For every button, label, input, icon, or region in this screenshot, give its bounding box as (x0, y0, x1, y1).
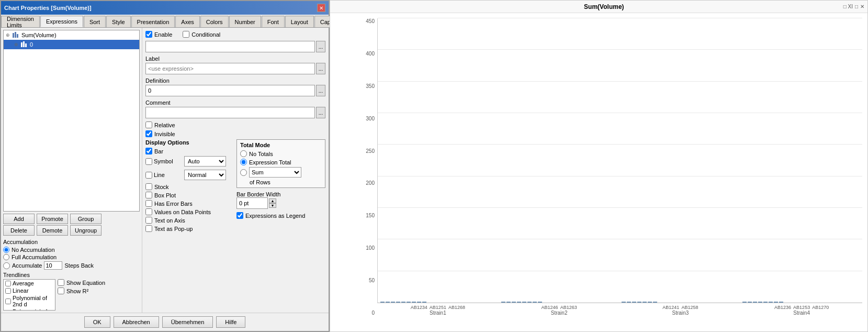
tab-dimension-limits[interactable]: Dimension Limits (1, 16, 40, 27)
ok-button[interactable]: OK (84, 316, 110, 328)
show-r2-row: Show R² (58, 287, 105, 294)
trend-poly2[interactable]: Polynomial of 2nd d (4, 294, 55, 308)
tab-style[interactable]: Style (106, 16, 130, 27)
tab-font[interactable]: Font (262, 16, 285, 27)
expression-total-label: Expression Total (249, 159, 291, 165)
label-ellipsis-button[interactable]: ... (316, 63, 325, 74)
definition-ellipsis-button[interactable]: ... (316, 85, 325, 96)
bar (627, 302, 631, 303)
expression-total-radio[interactable] (240, 159, 247, 165)
chart-panel: Sum(Volume) □ XI □ ✕ 450 400 350 300 250… (330, 0, 868, 332)
trend-linear[interactable]: Linear (4, 287, 55, 294)
sum-select[interactable]: Sum Avg Min Max (249, 167, 301, 178)
bar (396, 302, 400, 303)
expressions-legend-row: Expressions as Legend (236, 212, 325, 219)
symbol-checkbox[interactable] (145, 158, 152, 165)
stock-checkbox[interactable] (145, 183, 152, 190)
label-input[interactable] (145, 63, 315, 74)
error-bars-check-label: Has Error Bars (145, 200, 231, 207)
no-accumulation-radio[interactable] (3, 247, 9, 253)
svg-rect-3 (21, 42, 22, 47)
tab-expressions[interactable]: Expressions (40, 16, 83, 27)
bar (742, 302, 747, 303)
expression-tree[interactable]: ⊕ Sum(Volume) ⊕ 0 (3, 30, 140, 212)
ungroup-button[interactable]: Ungroup (70, 225, 102, 236)
comment-input[interactable] (145, 107, 315, 118)
symbol-dropdown[interactable]: Auto Circle Square (184, 156, 226, 167)
tab-layout[interactable]: Layout (285, 16, 314, 27)
line-dropdown[interactable]: Normal Dashed Dotted (184, 170, 226, 180)
bar-border-width-input[interactable] (236, 197, 268, 209)
trend-average-check[interactable] (5, 281, 11, 286)
full-accumulation-radio[interactable] (3, 254, 9, 260)
enable-checkbox[interactable] (145, 31, 152, 38)
expressions-legend-checkbox[interactable] (236, 212, 243, 219)
help-button[interactable]: Hilfe (216, 316, 245, 328)
comment-ellipsis-button[interactable]: ... (316, 107, 325, 118)
symbol-label: Symbol (154, 158, 173, 164)
ab-label: AB1253 (793, 305, 810, 310)
text-on-axis-checkbox[interactable] (145, 217, 152, 224)
error-bars-checkbox[interactable] (145, 200, 152, 207)
y-label-0: 0 (371, 310, 375, 316)
tab-colors[interactable]: Colors (200, 16, 229, 27)
bar (758, 302, 762, 303)
demote-button[interactable]: Demote (37, 225, 68, 236)
bar (637, 302, 641, 303)
group-button[interactable]: Group (70, 214, 102, 224)
symbol-row: Symbol Auto Circle Square (145, 156, 231, 167)
invisible-checkbox[interactable] (145, 130, 152, 137)
trendlines-list[interactable]: Average Linear Polynomial of 2nd d (3, 279, 55, 311)
bar-label: Bar (154, 148, 163, 154)
conditional-input[interactable] (145, 41, 315, 52)
trend-linear-check[interactable] (5, 288, 11, 294)
accumulate-row: Accumulate Steps Back (3, 261, 140, 270)
line-checkbox[interactable] (145, 172, 152, 179)
cancel-button[interactable]: Abbrechen (114, 316, 159, 328)
tree-item-sum-volume[interactable]: ⊕ Sum(Volume) (4, 30, 139, 40)
tree-item-0[interactable]: ⊕ 0 (4, 40, 139, 49)
conditional-checkbox[interactable] (183, 31, 189, 38)
trend-average-label: Average (13, 280, 34, 286)
ab-label: AB1268 (448, 305, 465, 310)
accumulation-section: Accumulation No Accumulation Full Accumu… (3, 237, 140, 272)
bar-border-width-input-row: ▲ ▼ (236, 197, 325, 209)
dialog-close-button[interactable]: ✕ (317, 4, 325, 12)
chart-restore-icon[interactable]: □ XI (843, 4, 853, 9)
spin-up-button[interactable]: ▲ (269, 198, 276, 203)
show-r2-check[interactable] (58, 287, 64, 294)
chart-minimize-icon[interactable]: □ (855, 4, 858, 9)
tab-presentation[interactable]: Presentation (131, 16, 175, 27)
svg-rect-0 (13, 33, 14, 38)
sum-radio[interactable] (240, 169, 247, 176)
definition-input[interactable] (145, 85, 315, 96)
chart-close-icon[interactable]: ✕ (860, 4, 864, 9)
delete-button[interactable]: Delete (3, 225, 35, 236)
box-plot-checkbox[interactable] (145, 192, 152, 198)
bar-checkbox[interactable] (145, 148, 152, 154)
show-equation-check[interactable] (58, 279, 64, 286)
tab-axes[interactable]: Axes (175, 16, 199, 27)
bar (512, 302, 516, 303)
trend-poly2-check[interactable] (5, 298, 11, 304)
trend-poly3[interactable]: Polynomial of 3rd d (4, 308, 55, 311)
no-totals-radio[interactable] (240, 150, 247, 157)
conditional-ellipsis-button[interactable]: ... (316, 41, 325, 52)
add-button[interactable]: Add (3, 214, 35, 224)
values-on-points-checkbox[interactable] (145, 208, 152, 215)
apply-button[interactable]: Übernehmen (162, 316, 213, 328)
tab-number[interactable]: Number (229, 16, 261, 27)
relative-checkbox[interactable] (145, 121, 152, 128)
text-as-popup-checkbox[interactable] (145, 225, 152, 232)
tab-sort[interactable]: Sort (84, 16, 106, 27)
promote-button[interactable]: Promote (37, 214, 68, 224)
trend-average[interactable]: Average (4, 280, 55, 287)
bar (517, 302, 521, 303)
accumulate-radio[interactable] (3, 262, 10, 269)
chart-area: 450 400 350 300 250 200 150 100 50 0 (330, 13, 867, 331)
show-equation-label: Show Equation (66, 280, 105, 286)
y-axis: 450 400 350 300 250 200 150 100 50 0 (356, 18, 377, 316)
display-options-panel: Display Options Bar Symbo (145, 139, 231, 232)
spin-down-button[interactable]: ▼ (269, 203, 276, 208)
steps-input[interactable] (44, 261, 62, 270)
